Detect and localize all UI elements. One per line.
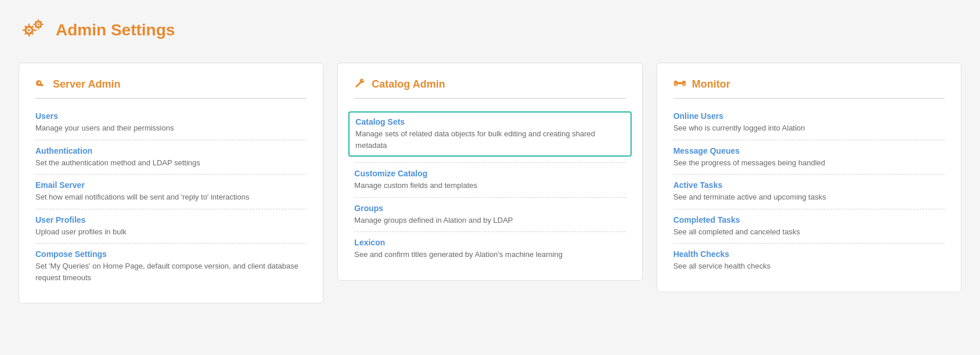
groups-desc: Manage groups defined in Alation and by … [354,216,513,224]
users-desc: Manage your users and their permissions [35,124,174,132]
list-item: Customize Catalog Manage custom fields a… [354,163,625,198]
list-item: Groups Manage groups defined in Alation … [354,198,625,233]
list-item: Email Server Set how email notifications… [35,175,307,209]
page-header: Admin Settings [19,14,961,46]
users-link[interactable]: Users [35,111,307,121]
list-item: User Profiles Upload user profiles in bu… [35,209,307,244]
key-icon [35,77,47,91]
customize-catalog-desc: Manage custom fields and templates [354,181,477,190]
svg-point-7 [674,83,677,86]
list-item: Online Users See who is currently logged… [673,106,945,140]
email-server-link[interactable]: Email Server [35,180,307,190]
completed-tasks-link[interactable]: Completed Tasks [673,215,945,224]
svg-point-8 [682,83,685,86]
online-users-link[interactable]: Online Users [673,111,945,121]
list-item: Users Manage your users and their permis… [35,106,307,140]
catalog-admin-header: Catalog Admin [354,77,625,99]
list-item: Lexicon See and confirm titles generated… [354,232,625,266]
binoculars-icon [673,77,686,91]
list-item: Completed Tasks See all completed and ca… [673,209,945,244]
gear-icon [19,14,49,46]
email-server-desc: Set how email notifications will be sent… [35,193,249,201]
lexicon-desc: See and confirm titles generated by Alat… [354,250,563,259]
compose-settings-desc: Set 'My Queries' on Home Page, default c… [35,262,298,282]
monitor-header: Monitor [673,77,945,99]
user-profiles-desc: Upload user profiles in bulk [35,227,127,236]
server-admin-card: Server Admin Users Manage your users and… [19,63,323,303]
list-item: Compose Settings Set 'My Queries' on Hom… [35,244,307,289]
catalog-admin-title: Catalog Admin [372,78,445,90]
list-item: Health Checks See all service health che… [673,244,945,278]
active-tasks-desc: See and terminate active and upcoming ta… [673,193,826,201]
list-item: Catalog Sets Manage sets of related data… [354,106,625,163]
monitor-title: Monitor [692,78,730,90]
message-queues-link[interactable]: Message Queues [673,146,945,155]
svg-point-1 [28,29,30,31]
page-title: Admin Settings [56,21,175,39]
completed-tasks-desc: See all completed and canceled tasks [673,227,800,236]
catalog-sets-link[interactable]: Catalog Sets [355,117,624,126]
admin-settings-page: Admin Settings Server Admin Users Manage… [0,0,980,317]
catalog-admin-card: Catalog Admin Catalog Sets Manage sets o… [337,63,642,281]
message-queues-desc: See the progress of messages being handl… [673,158,826,167]
groups-link[interactable]: Groups [354,204,625,213]
svg-rect-6 [677,82,682,84]
list-item: Authentication Set the authentication me… [35,140,307,175]
health-checks-desc: See all service health checks [673,262,771,270]
customize-catalog-link[interactable]: Customize Catalog [354,169,625,178]
authentication-link[interactable]: Authentication [35,146,307,155]
server-admin-header: Server Admin [35,77,307,99]
authentication-desc: Set the authentication method and LDAP s… [35,158,200,167]
monitor-card: Monitor Online Users See who is currentl… [657,63,961,292]
server-admin-title: Server Admin [53,78,120,90]
health-checks-link[interactable]: Health Checks [673,249,945,259]
online-users-desc: See who is currently logged into Alation [673,124,805,132]
active-tasks-link[interactable]: Active Tasks [673,180,945,190]
compose-settings-link[interactable]: Compose Settings [35,249,307,259]
catalog-sets-highlighted: Catalog Sets Manage sets of related data… [348,111,631,157]
catalog-sets-desc: Manage sets of related data objects for … [355,129,595,150]
user-profiles-link[interactable]: User Profiles [35,215,307,224]
list-item: Active Tasks See and terminate active an… [673,175,945,209]
cards-row: Server Admin Users Manage your users and… [19,63,961,303]
lexicon-link[interactable]: Lexicon [354,238,625,247]
svg-point-3 [37,23,39,26]
wrench-icon [354,77,366,91]
list-item: Message Queues See the progress of messa… [673,140,945,175]
